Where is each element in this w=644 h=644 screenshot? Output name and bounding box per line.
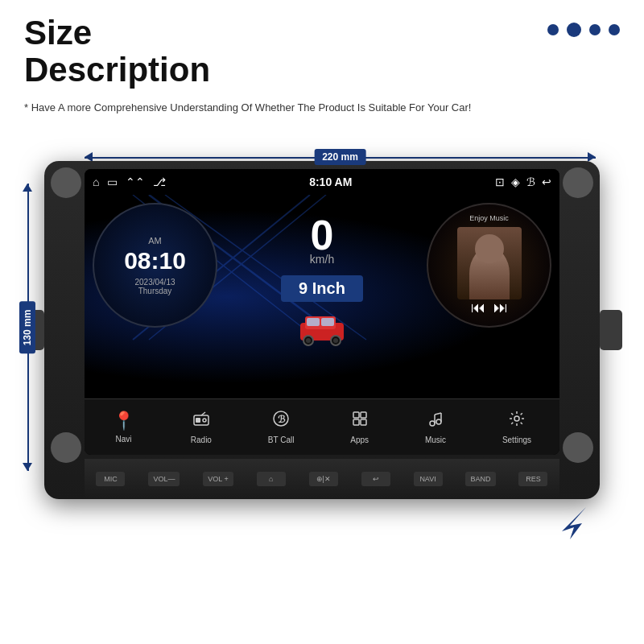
dot-1 bbox=[547, 24, 559, 35]
back-phys-button[interactable]: ↩ bbox=[361, 472, 390, 486]
page-header: Size Description * Have A more Comprehen… bbox=[24, 14, 471, 117]
svg-point-15 bbox=[203, 419, 206, 422]
nav-item-music[interactable]: Music bbox=[425, 410, 446, 444]
clock-date: 2023/04/13 bbox=[134, 278, 175, 287]
usb-icon[interactable]: ⎇ bbox=[153, 175, 166, 188]
svg-point-11 bbox=[306, 338, 311, 343]
clock-time: 08:10 bbox=[124, 247, 186, 275]
nav-item-settings[interactable]: Settings bbox=[502, 410, 531, 444]
vol-up-button[interactable]: VOL + bbox=[203, 472, 233, 486]
dimension-height-label: 130 mm bbox=[19, 301, 35, 353]
status-time: 8:10 AM bbox=[309, 175, 352, 188]
nav-item-navi[interactable]: 📍 Navi bbox=[113, 411, 134, 444]
speed-unit: km/h bbox=[310, 253, 334, 266]
svg-rect-14 bbox=[196, 418, 200, 423]
nav-item-apps[interactable]: Apps bbox=[350, 410, 369, 444]
mic-button[interactable]: MIC bbox=[96, 472, 125, 486]
car-icon bbox=[294, 308, 350, 349]
svg-text:ℬ: ℬ bbox=[278, 414, 286, 425]
dot-4 bbox=[609, 24, 620, 35]
corner-bracket-tr bbox=[563, 167, 593, 198]
svg-rect-19 bbox=[353, 412, 359, 418]
corner-bracket-bl bbox=[51, 432, 81, 463]
status-icons-left: ⌂ ▭ ⌃⌃ ⎇ bbox=[93, 175, 166, 188]
corner-bracket-br bbox=[563, 432, 593, 463]
dimension-height: 130 mm bbox=[18, 184, 37, 471]
mute-button[interactable]: ⊕|✕ bbox=[309, 472, 338, 486]
nav-item-btcall[interactable]: ℬ BT Call bbox=[268, 410, 295, 444]
bluetooth-icon[interactable]: ℬ bbox=[526, 175, 535, 188]
indicator-dots bbox=[547, 23, 620, 37]
res-button[interactable]: RES bbox=[518, 472, 547, 486]
corner-bracket-tl bbox=[51, 167, 81, 198]
settings-icon bbox=[508, 410, 526, 432]
vol-down-button[interactable]: VOL— bbox=[148, 472, 180, 486]
dimension-width-label: 220 mm bbox=[314, 149, 366, 165]
svg-rect-8 bbox=[321, 318, 334, 326]
back-icon[interactable]: ↩ bbox=[542, 175, 551, 188]
music-controls[interactable]: ⏮ ⏭ bbox=[471, 299, 508, 316]
screen-size-badge: 9 Inch bbox=[281, 275, 363, 302]
radio-icon bbox=[192, 410, 210, 432]
center-display: 0 km/h 9 Inch bbox=[233, 203, 411, 398]
main-display: AM 08:10 2023/04/13 Thursday 0 km/h 9 In… bbox=[85, 195, 559, 398]
home-phys-button[interactable]: ⌂ bbox=[257, 472, 286, 486]
window-icon[interactable]: ▭ bbox=[107, 175, 118, 188]
status-bar: ⌂ ▭ ⌃⌃ ⎇ 8:10 AM ⊡ ◈ ℬ ↩ bbox=[85, 169, 559, 195]
apps-icon bbox=[351, 410, 369, 432]
music-icon bbox=[427, 410, 444, 432]
apps-label: Apps bbox=[350, 436, 369, 444]
svg-rect-7 bbox=[307, 318, 320, 326]
clock-ampm: AM bbox=[148, 236, 162, 246]
clock-widget: AM 08:10 2023/04/13 Thursday bbox=[93, 203, 217, 328]
svg-point-28 bbox=[514, 416, 519, 421]
btcall-icon: ℬ bbox=[272, 410, 290, 432]
page-title: Size Description bbox=[24, 14, 471, 89]
svg-rect-22 bbox=[361, 419, 366, 425]
speed-value: 0 bbox=[311, 211, 334, 259]
nav-item-radio[interactable]: Radio bbox=[191, 410, 212, 444]
svg-point-12 bbox=[333, 338, 338, 343]
svg-line-27 bbox=[435, 413, 441, 415]
settings-arrow-indicator bbox=[554, 503, 594, 543]
svg-point-23 bbox=[430, 421, 435, 426]
cast-icon[interactable]: ⊡ bbox=[495, 175, 505, 188]
svg-rect-21 bbox=[353, 419, 359, 425]
dot-3 bbox=[589, 24, 601, 35]
band-button[interactable]: BAND bbox=[465, 472, 495, 486]
touchscreen[interactable]: ⌂ ▭ ⌃⌃ ⎇ 8:10 AM ⊡ ◈ ℬ ↩ bbox=[85, 169, 559, 455]
mount-tab-right bbox=[600, 310, 622, 350]
svg-point-24 bbox=[436, 419, 441, 424]
car-radio-device: ⌂ ▭ ⌃⌃ ⎇ 8:10 AM ⊡ ◈ ℬ ↩ bbox=[44, 161, 600, 499]
navi-icon: 📍 bbox=[113, 411, 134, 431]
svg-rect-20 bbox=[361, 412, 366, 418]
navi-label: Navi bbox=[115, 435, 131, 444]
prev-track-icon[interactable]: ⏮ bbox=[471, 299, 485, 316]
home-icon[interactable]: ⌂ bbox=[93, 175, 99, 188]
navi-phys-button[interactable]: NAVI bbox=[414, 472, 443, 486]
status-icons-right: ⊡ ◈ ℬ ↩ bbox=[495, 175, 551, 188]
page-subtitle: * Have A more Comprehensive Understandin… bbox=[24, 100, 471, 117]
settings-label: Settings bbox=[502, 436, 531, 444]
music-label-nav: Music bbox=[425, 436, 446, 444]
next-track-icon[interactable]: ⏭ bbox=[493, 299, 508, 316]
dot-2 bbox=[567, 23, 581, 37]
music-widget[interactable]: Enjoy Music ⏮ ⏭ bbox=[427, 203, 551, 328]
location-icon[interactable]: ◈ bbox=[511, 175, 520, 188]
chevron-up-icon[interactable]: ⌃⌃ bbox=[126, 175, 145, 188]
nav-bar: 📍 Navi Radio ℬ bbox=[85, 398, 559, 455]
radio-label: Radio bbox=[191, 436, 212, 444]
physical-buttons-bar: MIC VOL— VOL + ⌂ ⊕|✕ ↩ NAVI BAND RES bbox=[85, 459, 559, 499]
clock-day: Thursday bbox=[138, 287, 172, 295]
music-label: Enjoy Music bbox=[469, 214, 509, 222]
btcall-label: BT Call bbox=[268, 436, 295, 444]
